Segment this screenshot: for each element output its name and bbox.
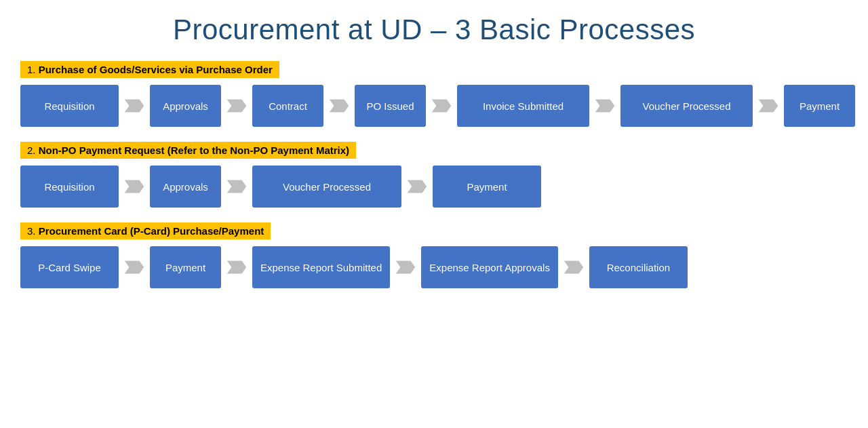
process-arrow — [224, 254, 250, 280]
section-1: 1. Purchase of Goods/Services via Purcha… — [20, 61, 848, 127]
step-box: Approvals — [150, 85, 221, 127]
svg-marker-5 — [759, 100, 778, 113]
svg-marker-12 — [564, 261, 584, 274]
svg-marker-4 — [595, 100, 615, 113]
svg-marker-0 — [125, 100, 144, 113]
svg-marker-7 — [227, 180, 247, 193]
step-box: Payment — [433, 166, 541, 208]
section-2: 2. Non-PO Payment Request (Refer to the … — [20, 142, 848, 208]
svg-marker-11 — [396, 261, 416, 274]
step-box: Payment — [784, 85, 855, 127]
step-box: Expense Report Approvals — [421, 246, 558, 288]
process-arrow — [755, 93, 781, 119]
process-row-3: P-Card Swipe Payment Expense Report Subm… — [20, 246, 848, 288]
step-box: Expense Report Submitted — [252, 246, 390, 288]
step-box: Requisition — [20, 85, 119, 127]
process-arrow — [393, 254, 418, 280]
svg-marker-9 — [125, 261, 144, 274]
process-arrow — [224, 174, 250, 199]
svg-marker-10 — [227, 261, 247, 274]
step-box: Voucher Processed — [252, 166, 401, 208]
process-arrow — [121, 174, 147, 199]
section-label-3: 3. Procurement Card (P-Card) Purchase/Pa… — [20, 222, 271, 239]
svg-marker-6 — [125, 180, 144, 193]
process-row-2: Requisition Approvals Voucher Processed … — [20, 166, 848, 208]
page-title: Procurement at UD – 3 Basic Processes — [20, 14, 848, 46]
svg-marker-3 — [432, 100, 452, 113]
section-label-2: 2. Non-PO Payment Request (Refer to the … — [20, 142, 356, 159]
section-3: 3. Procurement Card (P-Card) Purchase/Pa… — [20, 222, 848, 288]
step-box: Payment — [150, 246, 221, 288]
step-box: Voucher Processed — [620, 85, 753, 127]
process-arrow — [592, 93, 618, 119]
step-box: Requisition — [20, 166, 119, 208]
svg-marker-8 — [408, 180, 427, 193]
sections-container: 1. Purchase of Goods/Services via Purcha… — [20, 61, 848, 288]
step-box: Contract — [252, 85, 323, 127]
section-label-1: 1. Purchase of Goods/Services via Purcha… — [20, 61, 279, 78]
svg-marker-2 — [330, 100, 349, 113]
step-box: Invoice Submitted — [457, 85, 589, 127]
process-arrow — [326, 93, 352, 119]
process-row-1: Requisition Approvals Contract PO Issued… — [20, 85, 848, 127]
step-box: PO Issued — [355, 85, 426, 127]
process-arrow — [224, 93, 250, 119]
process-arrow — [561, 254, 587, 280]
step-box: Approvals — [150, 166, 221, 208]
process-arrow — [121, 93, 147, 119]
svg-marker-1 — [227, 100, 247, 113]
process-arrow — [404, 174, 430, 199]
step-box: P-Card Swipe — [20, 246, 119, 288]
process-arrow — [121, 254, 147, 280]
step-box: Reconciliation — [589, 246, 688, 288]
process-arrow — [429, 93, 454, 119]
